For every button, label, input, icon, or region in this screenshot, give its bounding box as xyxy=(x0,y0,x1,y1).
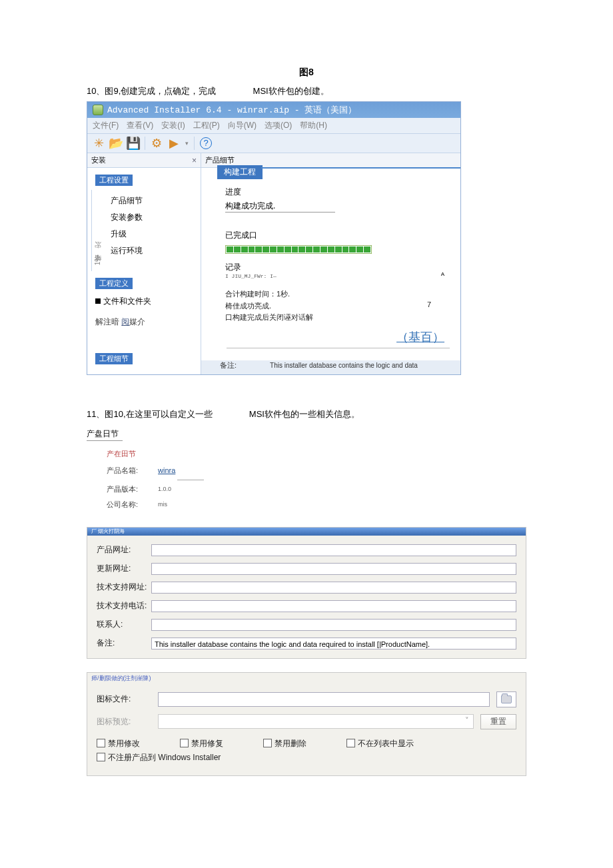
details-box: 产在田节 产品名箱: winra 产晶版本: 1.0.0 公司名称: mis xyxy=(87,449,526,512)
run-icon[interactable]: ▶ xyxy=(168,137,180,149)
toolbar: ✳ 📂 💾 ⚙ ▶ ▾ ? xyxy=(87,134,460,153)
app-window: Advanced Installer 6.4 - winrar.aip - 英语… xyxy=(87,101,461,375)
left-panel: 安装 × 工程设置 缩寸 1% 宏 产品细节 安装参数 升级 运行环境 工程定义… xyxy=(87,153,201,374)
icon-panel: 师/删陨做的(注剂崖陳) 图标文件: 图标预览: 重置 禁用修改 禁用修复 xyxy=(87,672,526,776)
figure-caption: 图8 xyxy=(87,67,526,79)
cb-disable-modify-label: 禁用修改 xyxy=(108,739,140,748)
vertical-zoom-label: 缩寸 1% 宏 xyxy=(91,190,104,271)
detail-header: 产在田节 xyxy=(107,449,526,459)
titlebar: Advanced Installer 6.4 - winrar.aip - 英语… xyxy=(87,102,460,118)
menu-install[interactable]: 安装(I) xyxy=(161,120,185,131)
reset-button[interactable]: 重置 xyxy=(480,714,516,729)
cb-hide-in-list-label: 不在列表中显示 xyxy=(358,739,414,748)
left-panel-close-icon[interactable]: × xyxy=(192,156,197,165)
progress-label: 进度 xyxy=(225,187,451,198)
cb-disable-repair-label: 禁用修复 xyxy=(191,739,223,748)
help-icon[interactable]: ? xyxy=(200,137,212,149)
menu-options[interactable]: 选项(O) xyxy=(265,120,292,131)
notes-suffix: 媒介 xyxy=(129,317,145,326)
form-panel-title: 厂 烟火打阴海 xyxy=(87,528,526,536)
build-summary: 合计构建时间：1秒. 椅佳成功亮成. 7 口构建完成后关闭诬对话解 xyxy=(225,288,451,324)
log-a: A xyxy=(441,271,444,277)
section-project-def: 工程定义 xyxy=(95,278,133,289)
icon-preview-dropdown[interactable] xyxy=(158,714,474,729)
cb-no-register-label: 不注册产品到 Windows Installer xyxy=(108,753,221,762)
form-panel: 厂 烟火打阴海 产品网址: 更新网址: 技术支持网址: 技术支持电话: xyxy=(87,527,526,659)
tree-files-folders[interactable]: 文件和文件夹 xyxy=(87,293,201,310)
tree-install-params[interactable]: 安装参数 xyxy=(109,209,144,226)
notes-prefix: 解注暗 xyxy=(95,317,121,326)
log-line: I JIU_MJ_FWr: I— xyxy=(225,273,451,279)
menu-project[interactable]: 工程(P) xyxy=(193,120,220,131)
cb-hide-in-list[interactable]: 不在列表中显示 xyxy=(346,738,414,749)
toolbar-sep xyxy=(145,137,145,150)
support-url-input[interactable] xyxy=(151,582,516,594)
checkbox-icon xyxy=(346,739,355,747)
summary-count: 7 xyxy=(427,299,431,311)
progress-bar xyxy=(225,245,372,254)
open-icon[interactable]: 📂 xyxy=(110,137,122,149)
link-block: （基百） xyxy=(225,329,451,345)
checkbox-icon xyxy=(263,739,272,747)
step10-prefix: 10、图9,创建完成，点确定，完成 xyxy=(87,86,216,96)
cb-no-register[interactable]: 不注册产品到 Windows Installer xyxy=(97,752,221,763)
cb-disable-delete-label: 禁用删除 xyxy=(275,739,306,748)
cb-disable-delete[interactable]: 禁用删除 xyxy=(263,738,306,749)
tree-upgrade[interactable]: 升级 xyxy=(109,226,144,242)
detail-version-value: 1.0.0 xyxy=(158,486,171,492)
step10-suffix: MSI软件包的创建。 xyxy=(253,86,329,96)
update-url-input[interactable] xyxy=(151,563,516,575)
menu-file[interactable]: 文件(F) xyxy=(93,120,119,131)
detail-company-label: 公司名称: xyxy=(107,500,138,510)
checkbox-icon xyxy=(97,753,105,761)
remark-row: 备注: This installer database contains the… xyxy=(201,360,460,374)
jibai-link[interactable]: （基百） xyxy=(396,330,444,344)
folder-icon xyxy=(501,695,512,703)
menubar: 文件(F) 查看(V) 安装(I) 工程(P) 向导(W) 选项(O) 帮助(H… xyxy=(87,118,460,134)
icon-file-input[interactable] xyxy=(158,692,490,707)
menu-help[interactable]: 帮助(H) xyxy=(300,120,327,131)
product-url-label: 产品网址: xyxy=(97,544,151,556)
checkbox-icon xyxy=(97,739,105,747)
contact-input[interactable] xyxy=(151,619,516,631)
notes-link[interactable]: 阅 xyxy=(121,317,129,326)
save-icon[interactable]: 💾 xyxy=(127,137,139,149)
app-icon xyxy=(93,105,103,115)
detail-name-label: 产品名箱: xyxy=(107,466,138,476)
tree-list: 产品细节 安装参数 升级 运行环境 xyxy=(104,190,144,271)
cb-disable-repair[interactable]: 禁用修复 xyxy=(180,738,223,749)
section-project-detail: 工程细节 xyxy=(95,353,133,364)
support-tel-input[interactable] xyxy=(151,600,516,612)
update-url-label: 更新网址: xyxy=(97,563,151,574)
icon-preview-label: 图标预览: xyxy=(97,716,151,727)
new-icon[interactable]: ✳ xyxy=(93,137,105,149)
product-url-input[interactable] xyxy=(151,544,516,556)
menu-view[interactable]: 查看(V) xyxy=(127,120,153,131)
detail-company-value: mis xyxy=(158,501,167,508)
remark-value: This installer database contains the log… xyxy=(270,362,418,369)
left-panel-title: 安装 xyxy=(91,155,106,165)
tree-product-detail[interactable]: 产品细节 xyxy=(109,193,144,209)
tree-runtime[interactable]: 运行环境 xyxy=(109,242,144,259)
contact-label: 联系人: xyxy=(97,619,151,630)
remark-form-label: 备注: xyxy=(97,638,151,649)
section-project-settings: 工程设置 xyxy=(95,175,133,186)
build-icon[interactable]: ⚙ xyxy=(151,137,163,149)
left-panel-header: 安装 × xyxy=(87,153,201,168)
menu-wizard[interactable]: 向导(W) xyxy=(228,120,257,131)
run-dd-icon[interactable]: ▾ xyxy=(185,140,189,147)
remark-input[interactable]: This installer database contains the log… xyxy=(151,638,516,650)
summary-success: 椅佳成功亮成. xyxy=(225,300,451,312)
step-11-line: 11、图10,在这里可以自定义一些 MSI软件包的一些相关信息。 xyxy=(87,408,526,420)
icon-panel-title: 师/删陨做的(注剂崖陳) xyxy=(87,673,526,684)
close-after-build-cb[interactable]: 口构建完成后关闭诬对话解 xyxy=(225,312,451,324)
icon-file-label: 图标文件: xyxy=(97,693,151,705)
browse-button[interactable] xyxy=(496,691,516,707)
title-text: Advanced Installer 6.4 - winrar.aip - 英语… xyxy=(107,104,356,116)
log-block: 记录 I JIU_MJ_FWr: I— A xyxy=(225,262,451,279)
cb-disable-modify[interactable]: 禁用修改 xyxy=(97,738,140,749)
section11-header: 产盘日节 xyxy=(87,428,123,441)
summary-time: 合计构建时间：1秒. xyxy=(225,288,451,300)
content-area: 构建工程 进度 构建成功完成. 已完成口 记录 I JIU_MJ_FWr: I— xyxy=(201,168,460,360)
remark-label: 备注: xyxy=(220,360,237,370)
